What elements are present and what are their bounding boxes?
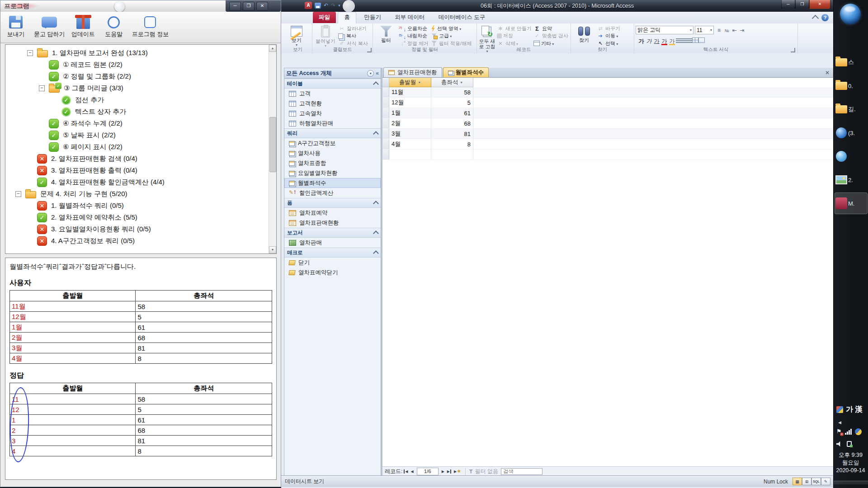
tree-item[interactable]: ⑤ 날짜 표시 (2/2) [5, 129, 276, 141]
network-signal-icon[interactable] [845, 429, 852, 435]
show-hidden-icons[interactable]: ◀ [838, 420, 841, 425]
ribbon-small-button[interactable]: 잘라내기 [338, 25, 368, 33]
start-button[interactable] [840, 4, 861, 24]
last-record-icon[interactable]: ▶ [447, 469, 451, 474]
nav-group-tables[interactable]: 테이블 [284, 79, 381, 89]
scroll-down-icon[interactable]: ▼ [269, 246, 276, 253]
volume-icon[interactable] [836, 441, 843, 447]
nav-group-macros[interactable]: 매크로 [284, 248, 381, 258]
tree-item[interactable]: 텍스트 상자 추가 [5, 106, 276, 117]
tab-file[interactable]: 파일 [313, 12, 336, 23]
nav-item[interactable]: 요일별열차현황 [284, 168, 381, 178]
close-button[interactable]: ✕ [809, 0, 830, 9]
tree-scrollbar[interactable]: ▲ ▼ [269, 45, 276, 253]
tree-item[interactable]: 2. 열차표예약 예약취소 (5/5) [5, 211, 276, 223]
sql-view-icon[interactable]: SQL [811, 478, 821, 485]
clock[interactable]: 오후 9:39 월요일 2020-09-14 [834, 451, 868, 474]
month-cell[interactable]: 12월 [389, 98, 431, 108]
taskbar-button[interactable]: M. [835, 192, 868, 214]
shutter-bar-icon[interactable]: « [376, 70, 379, 76]
nav-item[interactable]: 고속열차 [284, 108, 381, 118]
maximize-button[interactable]: ❐ [795, 0, 809, 9]
filter-status[interactable]: 필터 없음 [469, 468, 498, 475]
ime-indicator[interactable]: 가 漢 [836, 405, 862, 414]
minimize-button[interactable]: ─ [229, 2, 241, 11]
font-color-icon[interactable] [660, 38, 668, 45]
gridlines-icon[interactable] [692, 38, 698, 43]
filter-dropdown-icon[interactable]: ▼ [460, 81, 463, 84]
safely-remove-device-icon[interactable] [847, 441, 852, 447]
tree-item[interactable]: 3. 열차표판매현황 출력 (0/4) [5, 164, 276, 176]
ribbon-small-button[interactable]: 내림차순 [399, 33, 429, 40]
column-header-total-seats[interactable]: 총좌석▼ [431, 78, 473, 87]
nav-item[interactable]: 할인금액계산 [284, 188, 381, 198]
first-record-icon[interactable]: ◀ [404, 469, 408, 474]
seats-cell[interactable]: 5 [431, 98, 473, 108]
close-button[interactable]: ✕ [256, 2, 268, 11]
toolbar-button[interactable]: 업데이트 [71, 14, 96, 38]
record-selector[interactable] [382, 129, 389, 139]
record-selector[interactable] [382, 150, 389, 160]
align-center-icon[interactable] [681, 38, 687, 43]
nav-pane-header[interactable]: 모든 Access 개체 ▾ « [284, 68, 381, 79]
tree-item[interactable]: ② 정렬 및 그룹화 (2/2) [5, 70, 276, 82]
ribbon-small-button[interactable]: 오름차순 [399, 25, 429, 33]
search-input[interactable]: 검색 [501, 468, 542, 475]
datasheet-view-icon[interactable]: ▦ [793, 478, 802, 485]
tree-item[interactable]: ⑥ 페이지 표시 (2/2) [5, 141, 276, 153]
document-tab[interactable]: 열차표판매현황 [383, 67, 442, 77]
record-selector[interactable] [382, 139, 389, 149]
record-position-box[interactable]: 1/6 [417, 468, 439, 475]
taskbar-button[interactable] [835, 28, 868, 50]
ribbon-small-button[interactable]: 요약 [533, 25, 568, 33]
align-left-icon[interactable] [676, 38, 681, 43]
seats-cell[interactable]: 61 [431, 108, 473, 118]
nav-group-forms[interactable]: 폼 [284, 198, 381, 208]
month-cell[interactable]: 1월 [389, 108, 431, 118]
tree-item[interactable]: ④ 좌석수 누계 (2/2) [5, 117, 276, 129]
nav-item[interactable]: 열차판매 [284, 238, 381, 248]
tree-item[interactable]: 점선 추가 [5, 94, 276, 106]
ribbon-small-button[interactable]: 맞춤법 검사 [533, 33, 568, 40]
tree-item[interactable]: 4. A구간고객정보 쿼리 (0/5) [5, 235, 276, 247]
nav-item[interactable]: 하행열차판매 [284, 118, 381, 128]
nav-item[interactable]: 고객 [284, 89, 381, 99]
tree-item[interactable]: ③ 그룹 머리글 (3/3) [5, 82, 276, 94]
seats-cell[interactable]: 68 [431, 118, 473, 128]
nav-item[interactable]: 월별좌석수 [284, 178, 381, 188]
nav-item[interactable]: 열차사용 [284, 148, 381, 158]
month-cell[interactable]: 11월 [389, 87, 431, 97]
record-selector[interactable] [382, 87, 389, 97]
fill-color-icon[interactable] [698, 38, 705, 43]
close-document-icon[interactable]: ✕ [825, 70, 830, 76]
font-name-select[interactable]: 맑은 고딕▾ [636, 26, 693, 34]
ribbon-small-button[interactable]: 이동 [597, 33, 620, 40]
bullets-icon[interactable] [715, 27, 723, 34]
taskbar-button[interactable] [835, 145, 868, 167]
seats-cell[interactable]: 81 [431, 129, 473, 139]
tree-item[interactable]: 1. 월별좌석수 쿼리 (0/5) [5, 200, 276, 211]
nav-group-reports[interactable]: 보고서 [284, 228, 381, 238]
tab-home[interactable]: 홈 [338, 12, 356, 23]
select-all-corner[interactable] [382, 78, 389, 87]
help-icon[interactable]: ? [821, 14, 829, 21]
ribbon-small-button[interactable]: 새로 만들기 [497, 25, 532, 33]
tab-database-tools[interactable]: 데이터베이스 도구 [433, 12, 491, 23]
italic-icon[interactable] [645, 38, 653, 45]
month-cell[interactable]: 4월 [389, 139, 431, 149]
month-cell[interactable]: 3월 [389, 129, 431, 139]
nav-item[interactable]: 닫기 [284, 258, 381, 267]
bold-icon[interactable] [637, 38, 645, 45]
record-selector[interactable] [382, 108, 389, 118]
expander-icon[interactable] [27, 50, 33, 56]
new-record-icon[interactable]: ▶✱ [454, 469, 461, 474]
toolbar-button[interactable]: 도움말 [101, 14, 127, 38]
tree-item[interactable]: 문제 4. 처리 기능 구현 (5/20) [5, 188, 276, 200]
taskbar-button[interactable]: 2. [835, 169, 868, 191]
taskbar-button[interactable]: 길. [835, 99, 868, 120]
indent-right-icon[interactable] [738, 27, 746, 34]
show-desktop-button[interactable] [834, 481, 868, 484]
grader-titlebar[interactable]: 프로그램 ─ ❐ ✕ [0, 0, 281, 12]
column-header-departure-month[interactable]: 출발월▼ [389, 78, 431, 87]
pivottable-view-icon[interactable]: ⊞ [802, 478, 811, 485]
